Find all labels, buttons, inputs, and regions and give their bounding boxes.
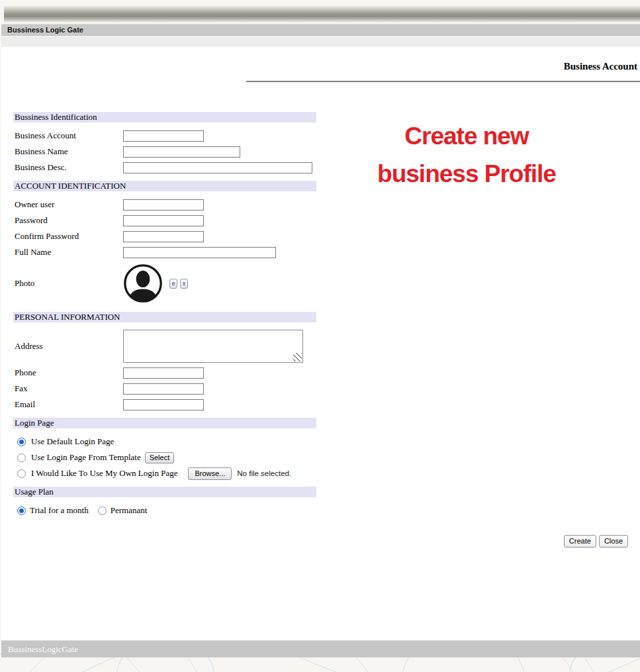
password-label: Password bbox=[13, 215, 123, 226]
photo-label: Photo bbox=[13, 278, 123, 289]
phone-label: Phone bbox=[13, 367, 123, 378]
radio-own-login[interactable] bbox=[17, 469, 26, 478]
form-row-business-desc: Business Desc. bbox=[13, 160, 316, 175]
form-row-confirm-password: Confirm Password bbox=[13, 228, 316, 244]
form-row-address: Address bbox=[13, 328, 316, 365]
login-option-own: I Would Like To Use My Own Login Page Br… bbox=[13, 465, 316, 481]
section-personal-information: PERSONAL INFORMATION bbox=[13, 312, 316, 322]
business-name-input[interactable] bbox=[123, 146, 240, 158]
default-login-label: Use Default Login Page bbox=[31, 436, 114, 447]
login-option-template: Use Login Page From Template Select bbox=[13, 450, 316, 465]
business-desc-input[interactable] bbox=[123, 162, 312, 173]
owner-user-label: Owner user bbox=[13, 199, 123, 210]
form-row-photo: Photo e x bbox=[13, 260, 316, 307]
section-usage-plan: Usage Plan bbox=[13, 487, 316, 497]
footer-brand: BussinessLogicGate bbox=[1, 641, 640, 657]
photo-control: e x bbox=[123, 264, 188, 303]
full-name-label: Full Name bbox=[13, 247, 123, 258]
radio-permanent-plan[interactable] bbox=[98, 506, 107, 515]
trial-plan-label: Trial for a month bbox=[30, 505, 89, 516]
hero-line-1: Create new bbox=[351, 117, 582, 155]
footer-bar: BussinessLogicGate bbox=[1, 640, 640, 657]
fax-input[interactable] bbox=[123, 383, 204, 395]
file-selected-note: No file selected. bbox=[237, 469, 291, 477]
create-button[interactable]: Create bbox=[564, 535, 596, 548]
app-title-bar: Bussiness Logic Gate bbox=[1, 24, 640, 36]
section-login-page: Login Page bbox=[13, 418, 316, 428]
resize-grip-icon[interactable] bbox=[293, 353, 302, 361]
toolbar-strip bbox=[1, 36, 640, 47]
hero-line-2: business Profile bbox=[351, 155, 582, 193]
close-button[interactable]: Close bbox=[599, 535, 628, 548]
form-row-password: Password bbox=[13, 213, 316, 228]
section-business-identification: Bussiness Identification bbox=[13, 112, 316, 122]
owner-user-input[interactable] bbox=[123, 199, 204, 211]
radio-default-login[interactable] bbox=[17, 438, 26, 446]
form-row-full-name: Full Name bbox=[13, 244, 316, 260]
header-divider bbox=[246, 81, 640, 82]
confirm-password-input[interactable] bbox=[123, 231, 204, 242]
page-title: Business Account bbox=[564, 61, 637, 72]
hero-heading: Create new business Profile bbox=[351, 117, 582, 193]
app-window: Bussiness Logic Gate Business Account Cr… bbox=[0, 0, 640, 672]
form-row-fax: Fax bbox=[13, 381, 316, 397]
form-row-business-account: Business Account bbox=[13, 128, 316, 144]
template-login-label: Use Login Page From Template bbox=[31, 452, 141, 463]
business-account-input[interactable] bbox=[123, 130, 204, 142]
confirm-password-label: Confirm Password bbox=[13, 231, 123, 242]
business-profile-form: Bussiness Identification Business Accoun… bbox=[13, 112, 316, 518]
avatar-placeholder-icon[interactable] bbox=[123, 264, 163, 303]
section-account-identification: ACCOUNT IDENTIFICATION bbox=[13, 181, 316, 191]
window-chrome-bar bbox=[4, 5, 640, 23]
email-input[interactable] bbox=[123, 399, 204, 410]
form-row-business-name: Business Name bbox=[13, 144, 316, 160]
main-content: Business Account Create new business Pro… bbox=[1, 47, 640, 640]
business-name-label: Business Name bbox=[13, 146, 123, 157]
own-login-label: I Would Like To Use My Own Login Page bbox=[31, 468, 177, 479]
photo-remove-button[interactable]: x bbox=[180, 279, 188, 289]
full-name-input[interactable] bbox=[123, 247, 276, 258]
address-label: Address bbox=[13, 341, 123, 352]
form-row-phone: Phone bbox=[13, 365, 316, 381]
select-template-button[interactable]: Select bbox=[145, 452, 175, 463]
radio-template-login[interactable] bbox=[17, 454, 26, 462]
email-label: Email bbox=[13, 399, 123, 410]
permanent-plan-label: Permanant bbox=[111, 505, 148, 516]
business-desc-label: Business Desc. bbox=[13, 162, 123, 173]
address-textarea[interactable] bbox=[123, 330, 303, 363]
form-row-owner-user: Owner user bbox=[13, 197, 316, 213]
login-option-default: Use Default Login Page bbox=[13, 434, 316, 450]
form-action-buttons: Create Close bbox=[564, 535, 628, 548]
browse-file-button[interactable]: Browse... bbox=[188, 467, 232, 480]
form-row-email: Email bbox=[13, 397, 316, 412]
phone-input[interactable] bbox=[123, 367, 204, 379]
usage-plan-options: Trial for a month Permanant bbox=[13, 503, 316, 518]
photo-edit-button[interactable]: e bbox=[169, 279, 177, 289]
radio-trial-plan[interactable] bbox=[17, 506, 26, 515]
password-input[interactable] bbox=[123, 215, 204, 226]
business-account-label: Business Account bbox=[13, 130, 123, 141]
fax-label: Fax bbox=[13, 383, 123, 394]
app-title: Bussiness Logic Gate bbox=[1, 24, 640, 36]
